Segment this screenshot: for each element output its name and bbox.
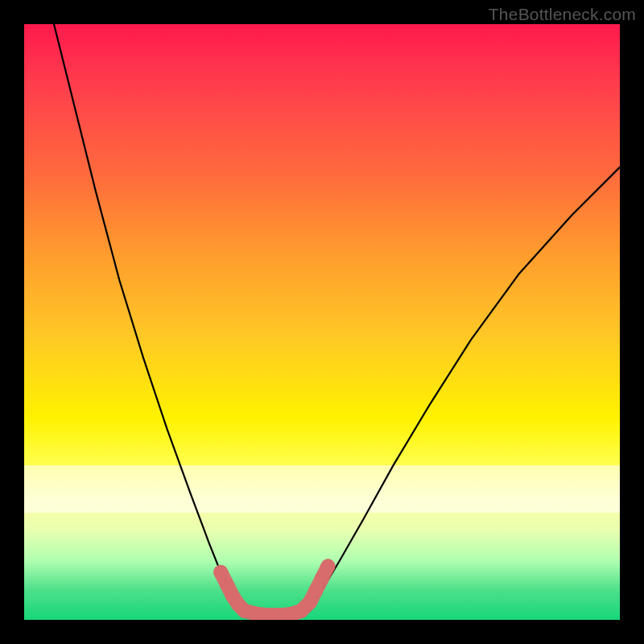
watermark-text: TheBottleneck.com	[489, 5, 636, 24]
curve-group	[54, 24, 620, 617]
marker-point	[320, 559, 335, 573]
plot-area	[24, 24, 620, 620]
chart-frame: TheBottleneck.com	[0, 0, 644, 644]
chart-svg	[24, 24, 620, 620]
curve-right-curve	[310, 167, 620, 609]
marker-group	[213, 559, 335, 620]
curve-left-curve	[54, 24, 238, 608]
